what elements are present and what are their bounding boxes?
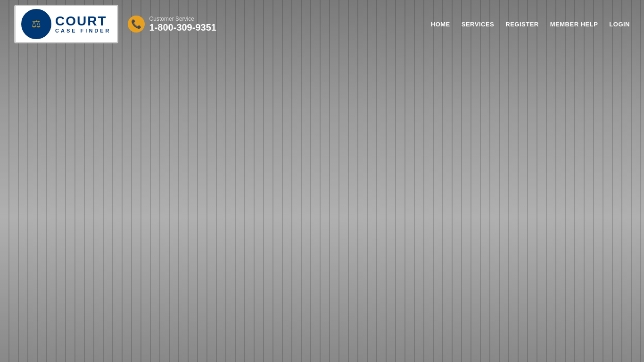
header-left: ⚖ COURT CASE FINDER 📞 Customer Service 1… [14, 5, 216, 43]
nav-services[interactable]: SERVICES [462, 21, 495, 28]
court-info-body: 🏛 Court Type: Municipal Court 🏳 State: C… [38, 256, 606, 341]
logo-court-text: COURT [55, 15, 111, 28]
header-phone: 📞 Customer Service 1-800-309-9351 [128, 16, 216, 33]
nav-register[interactable]: REGISTER [505, 21, 538, 28]
nav-member-help[interactable]: MEMBER HELP [550, 21, 598, 28]
scales-icon: ⚖ [32, 18, 41, 30]
court-info-box: Aurora Colorado Municipal Court 🏛 Court … [19, 216, 625, 356]
phone-number: 1-800-309-9351 [149, 22, 216, 33]
main-content: Aurora Colorado Municipal Court Records … [0, 82, 644, 362]
customer-service-label: Customer Service [149, 16, 216, 22]
building-facade [455, 256, 606, 341]
logo-case-finder-text: CASE FINDER [55, 28, 111, 33]
logo-icon: ⚖ [21, 9, 51, 39]
nav-home[interactable]: HOME [431, 21, 450, 28]
main-nav: HOME SERVICES REGISTER MEMBER HELP LOGIN [431, 21, 630, 28]
logo-text: COURT CASE FINDER [55, 15, 111, 33]
phone-icon: 📞 [128, 16, 145, 33]
court-image [455, 256, 606, 341]
logo: ⚖ COURT CASE FINDER [14, 5, 118, 43]
nav-login[interactable]: LOGIN [609, 21, 630, 28]
